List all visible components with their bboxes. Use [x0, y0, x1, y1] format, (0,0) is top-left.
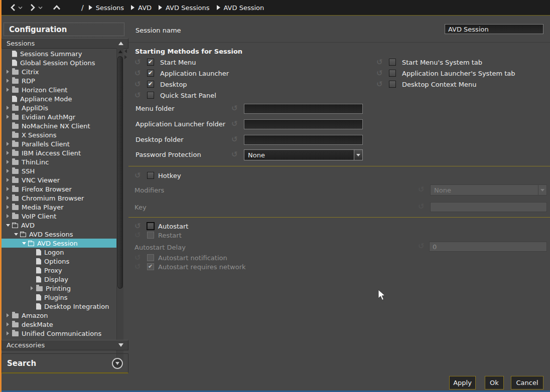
- tree-item-firefox-browser[interactable]: Firefox Browser: [2, 184, 116, 193]
- reset-to-default-icon[interactable]: [376, 70, 385, 77]
- cancel-button[interactable]: Cancel: [511, 376, 543, 389]
- checkbox-hotkey[interactable]: [147, 172, 154, 179]
- tree-item-appliance-mode[interactable]: Appliance Mode: [2, 94, 116, 103]
- dropdown-button[interactable]: [354, 150, 362, 160]
- reset-to-default-icon[interactable]: [376, 59, 385, 66]
- expander-collapsed-icon[interactable]: [5, 141, 11, 147]
- breadcrumb-item-avd[interactable]: AVD: [131, 4, 152, 12]
- expander-collapsed-icon[interactable]: [29, 285, 35, 291]
- tree-item-display[interactable]: Display: [2, 275, 116, 284]
- expander-collapsed-icon[interactable]: [5, 321, 11, 327]
- tree-item-proxy[interactable]: Proxy: [2, 266, 116, 275]
- tree-item-ibm-iaccess-client[interactable]: IBM iAccess Client: [2, 148, 116, 157]
- expander-collapsed-icon[interactable]: [5, 150, 11, 156]
- expander-collapsed-icon[interactable]: [5, 69, 11, 75]
- tree-item-voip-client[interactable]: VoIP Client: [2, 212, 116, 221]
- reset-to-default-icon[interactable]: [231, 151, 240, 158]
- expander-expanded-icon[interactable]: [5, 222, 11, 228]
- tree-item-evidian-authmgr[interactable]: Evidian AuthMgr: [2, 112, 116, 121]
- reset-to-default-icon[interactable]: [134, 232, 143, 239]
- checkbox-start-menu-s-system-tab[interactable]: [389, 59, 396, 66]
- expander-collapsed-icon[interactable]: [5, 330, 11, 336]
- reset-to-default-icon[interactable]: [134, 92, 143, 99]
- expander-expanded-icon[interactable]: [13, 231, 19, 237]
- tree-item-plugins[interactable]: Plugins: [2, 293, 116, 302]
- checkbox-desktop[interactable]: [147, 81, 154, 88]
- tree-item-avd[interactable]: AVD: [2, 221, 116, 230]
- back-button[interactable]: [8, 2, 17, 13]
- tree-item-options[interactable]: Options: [2, 257, 116, 266]
- back-history-dropdown[interactable]: [17, 2, 23, 13]
- breadcrumb-item-sessions[interactable]: Sessions: [89, 4, 124, 12]
- reset-to-default-icon[interactable]: [418, 186, 427, 193]
- accordion-accessories[interactable]: Accessories: [2, 340, 128, 350]
- expander-collapsed-icon[interactable]: [5, 105, 11, 111]
- reset-to-default-icon[interactable]: [134, 223, 143, 230]
- reset-to-default-icon[interactable]: [418, 203, 427, 211]
- expander-collapsed-icon[interactable]: [5, 159, 11, 165]
- tree-item-horizon-client[interactable]: Horizon Client: [2, 85, 116, 94]
- expander-collapsed-icon[interactable]: [5, 204, 11, 210]
- ok-button[interactable]: Ok: [485, 376, 504, 389]
- checkbox-autostart[interactable]: [147, 223, 154, 230]
- checkbox-application-launcher-s-system-tab[interactable]: [389, 70, 396, 77]
- reset-to-default-icon[interactable]: [134, 254, 143, 262]
- accordion-sessions[interactable]: Sessions: [2, 38, 128, 49]
- tree-item-sessions-summary[interactable]: Sessions Summary: [2, 49, 116, 58]
- splitter-expand-icon[interactable]: [124, 55, 127, 59]
- up-level-button[interactable]: [52, 2, 61, 13]
- expander-expanded-icon[interactable]: [21, 240, 27, 246]
- tree-item-amazon[interactable]: Amazon: [2, 311, 116, 320]
- tree-item-citrix[interactable]: Citrix: [2, 67, 116, 76]
- expander-collapsed-icon[interactable]: [5, 87, 11, 93]
- reset-to-default-icon[interactable]: [134, 263, 143, 271]
- tree-item-avd-session[interactable]: AVD Session: [2, 239, 116, 248]
- tree-item-printing[interactable]: Printing: [2, 284, 116, 293]
- reset-to-default-icon[interactable]: [231, 105, 240, 112]
- reset-to-default-icon[interactable]: [231, 120, 240, 128]
- apply-button[interactable]: Apply: [449, 376, 476, 389]
- breadcrumb-root[interactable]: /: [81, 4, 84, 12]
- tree-item-unified-communications[interactable]: Unified Communications: [2, 329, 116, 338]
- session-name-input[interactable]: [445, 24, 543, 34]
- tree-item-ssh[interactable]: SSH: [2, 166, 116, 175]
- tree-item-desktop-integration[interactable]: Desktop Integration: [2, 302, 116, 311]
- checkbox-start-menu[interactable]: [147, 59, 154, 66]
- forward-history-dropdown[interactable]: [37, 2, 43, 13]
- tree-item-chromium-browser[interactable]: Chromium Browser: [2, 193, 116, 203]
- checkbox-quick-start-panel[interactable]: [147, 92, 154, 99]
- expander-collapsed-icon[interactable]: [5, 312, 11, 318]
- tree-item-avd-sessions[interactable]: AVD Sessions: [2, 230, 116, 239]
- reset-to-default-icon[interactable]: [376, 81, 385, 88]
- tree-item-media-player[interactable]: Media Player: [2, 203, 116, 212]
- tree-item-vnc-viewer[interactable]: VNC Viewer: [2, 175, 116, 184]
- reset-to-default-icon[interactable]: [134, 81, 143, 88]
- reset-to-default-icon[interactable]: [134, 172, 143, 179]
- forward-button[interactable]: [28, 2, 37, 13]
- expander-collapsed-icon[interactable]: [5, 177, 11, 183]
- expander-collapsed-icon[interactable]: [5, 114, 11, 120]
- tree-item-applidis[interactable]: AppliDis: [2, 103, 116, 112]
- tree-item-thinlinc[interactable]: ThinLinc: [2, 157, 116, 166]
- tree-item-parallels-client[interactable]: Parallels Client: [2, 139, 116, 148]
- application-launcher-folder-input[interactable]: [244, 119, 363, 129]
- expander-collapsed-icon[interactable]: [5, 186, 11, 192]
- expander-collapsed-icon[interactable]: [5, 78, 11, 84]
- scroll-up-button[interactable]: [117, 48, 123, 55]
- tree-item-rdp[interactable]: RDP: [2, 76, 116, 85]
- tree-item-x-sessions[interactable]: X Sessions: [2, 130, 116, 139]
- tree-item-logon[interactable]: Logon: [2, 248, 116, 257]
- desktop-folder-input[interactable]: [244, 135, 363, 145]
- expander-collapsed-icon[interactable]: [5, 168, 11, 174]
- tree-item-global-session-options[interactable]: Global Session Options: [2, 58, 116, 67]
- tree-item-deskmate[interactable]: deskMate: [2, 320, 116, 329]
- tree-scrollbar[interactable]: [116, 48, 123, 366]
- expander-collapsed-icon[interactable]: [5, 195, 11, 201]
- expander-collapsed-icon[interactable]: [5, 213, 11, 219]
- search-expand-button[interactable]: [112, 358, 123, 369]
- breadcrumb-item-avd-sessions[interactable]: AVD Sessions: [159, 4, 209, 12]
- reset-to-default-icon[interactable]: [231, 136, 240, 143]
- reset-to-default-icon[interactable]: [134, 59, 143, 66]
- menu-folder-input[interactable]: [244, 104, 363, 114]
- scrollbar-thumb[interactable]: [117, 56, 123, 289]
